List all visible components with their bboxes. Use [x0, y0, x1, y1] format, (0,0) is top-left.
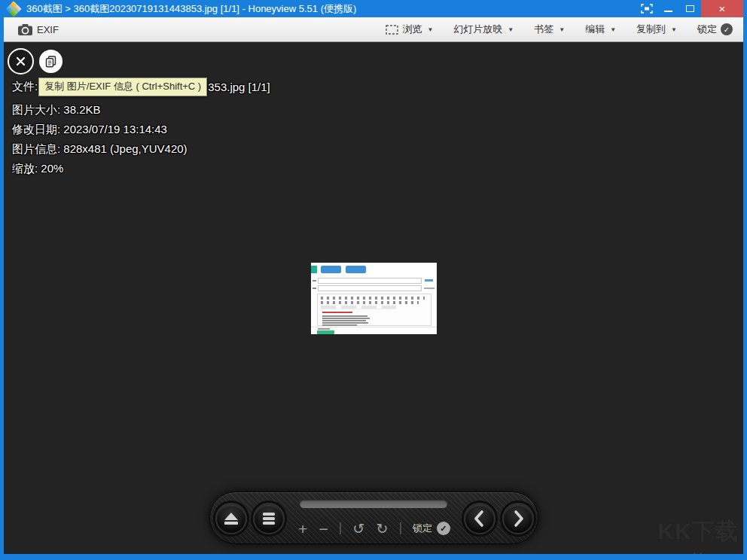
check-circle-icon: ✓ [437, 522, 450, 535]
divider [400, 522, 401, 534]
preview-detail [322, 324, 357, 326]
prev-image-button[interactable] [464, 503, 495, 534]
toolbar: EXIF 浏览 ▼ 幻灯片放映 ▼ 书签 ▼ 编辑 ▼ [4, 17, 743, 42]
exif-label: EXIF [37, 24, 59, 35]
slideshow-menu[interactable]: 幻灯片放映 ▼ [453, 23, 514, 36]
preview-detail [322, 312, 352, 313]
preview-detail [322, 318, 370, 319]
minimize-icon [664, 11, 672, 12]
image-viewer-area: 文件: 复制 图片/EXIF 信息 ( Ctrl+Shift+C ) 353.j… [4, 42, 743, 554]
view-mode-icon [386, 25, 398, 35]
zoom-in-button[interactable]: + [298, 521, 307, 537]
edit-menu[interactable]: 编辑 ▼ [585, 23, 616, 36]
copy-tooltip: 复制 图片/EXIF 信息 ( Ctrl+Shift+C ) [38, 78, 207, 96]
check-circle-icon: ✓ [721, 23, 733, 35]
fullscreen-button[interactable] [636, 0, 657, 17]
browse-label: 浏览 [402, 23, 422, 36]
maximize-icon [686, 5, 694, 12]
honeyview-window: 360截图 > 360截图20230719131443853.jpg [1/1]… [0, 0, 747, 560]
nav-slider[interactable] [300, 500, 447, 508]
bookmark-label: 书签 [534, 23, 553, 36]
chevron-down-icon: ▼ [610, 26, 616, 33]
chevron-down-icon: ▼ [671, 26, 677, 33]
preview-detail [321, 297, 425, 300]
exif-button[interactable]: EXIF [14, 17, 63, 41]
slideshow-label: 幻灯片放映 [453, 23, 502, 36]
preview-detail [321, 266, 341, 273]
preview-detail [346, 266, 366, 273]
maximize-button[interactable] [679, 0, 701, 17]
preview-detail [321, 301, 419, 304]
eject-icon [224, 522, 238, 525]
preview-detail [317, 294, 431, 326]
preview-detail [318, 278, 422, 284]
eject-icon [224, 513, 238, 520]
zoom-out-button[interactable]: − [319, 521, 328, 537]
exif-size-line: 图片大小: 38.2KB [12, 103, 101, 117]
toolbar-menus: 浏览 ▼ 幻灯片放映 ▼ 书签 ▼ 编辑 ▼ 复制到 ▼ 锁定 ✓ [386, 17, 733, 41]
rotate-left-button[interactable]: ↺ [352, 522, 364, 536]
chevron-down-icon: ▼ [508, 26, 514, 33]
exif-file-label: 文件: [12, 80, 38, 94]
lock-label: 锁定 [697, 23, 717, 36]
browse-menu[interactable]: 浏览 ▼ [386, 23, 433, 36]
close-icon [15, 56, 26, 67]
exif-info-line: 图片信息: 828x481 (Jpeg,YUV420) [12, 142, 188, 157]
window-controls: × [636, 0, 743, 17]
close-icon: × [719, 2, 726, 15]
edit-label: 编辑 [585, 23, 605, 36]
copy-to-label: 复制到 [636, 23, 666, 36]
bookmark-menu[interactable]: 书签 ▼ [534, 23, 565, 36]
preview-detail [311, 266, 317, 273]
chevron-down-icon: ▼ [559, 26, 565, 33]
fullscreen-icon [641, 4, 653, 14]
preview-detail [322, 320, 366, 321]
preview-detail [317, 330, 334, 334]
minimize-button[interactable] [657, 0, 679, 17]
close-exif-overlay-button[interactable] [8, 48, 34, 75]
preview-detail [318, 328, 330, 330]
preview-detail [425, 279, 433, 282]
lock-toggle[interactable]: 锁定 ✓ [697, 23, 733, 36]
watermark-url: www.kkx.net [650, 551, 743, 554]
menu-button[interactable] [253, 503, 285, 534]
copy-exif-info-button[interactable] [39, 50, 63, 73]
camera-icon [18, 24, 32, 35]
close-button[interactable]: × [701, 0, 743, 17]
titlebar: 360截图 > 360截图20230719131443853.jpg [1/1]… [4, 0, 743, 17]
window-title: 360截图 > 360截图20230719131443853.jpg [1/1]… [26, 2, 356, 16]
copy-icon [45, 56, 56, 68]
watermark-text: KK下载 [650, 516, 743, 547]
honeyview-logo-icon [7, 2, 20, 16]
chevron-left-icon [471, 509, 488, 528]
bar-controls: + − ↺ ↻ 锁定 ✓ [298, 517, 450, 540]
copy-to-menu[interactable]: 复制到 ▼ [636, 23, 677, 36]
preview-detail [424, 288, 434, 289]
preview-detail [311, 327, 437, 327]
watermark: KK下载 www.kkx.net [650, 516, 743, 554]
preview-detail [313, 280, 316, 282]
preview-detail [313, 288, 316, 289]
bottom-control-bar: + − ↺ ↻ 锁定 ✓ [209, 492, 538, 544]
open-file-button[interactable] [215, 503, 247, 534]
chevron-right-icon [510, 509, 526, 528]
exif-zoom-line: 缩放: 20% [12, 162, 63, 176]
divider [340, 522, 341, 534]
hamburger-icon [263, 513, 275, 525]
exif-file-tail: 353.jpg [1/1] [208, 81, 270, 93]
preview-detail [318, 285, 422, 291]
lock-label: 锁定 [413, 522, 432, 535]
lock-toggle-bar[interactable]: 锁定 ✓ [413, 522, 450, 535]
preview-detail [322, 322, 368, 324]
chevron-down-icon: ▼ [427, 26, 433, 33]
rotate-right-button[interactable]: ↻ [377, 522, 389, 536]
next-image-button[interactable] [502, 503, 534, 534]
preview-detail [322, 315, 367, 317]
viewed-image[interactable] [311, 263, 437, 334]
exif-file-line: 文件: 复制 图片/EXIF 信息 ( Ctrl+Shift+C ) 353.j… [12, 78, 270, 96]
exif-date-line: 修改日期: 2023/07/19 13:14:43 [12, 123, 167, 137]
preview-detail [321, 306, 396, 309]
